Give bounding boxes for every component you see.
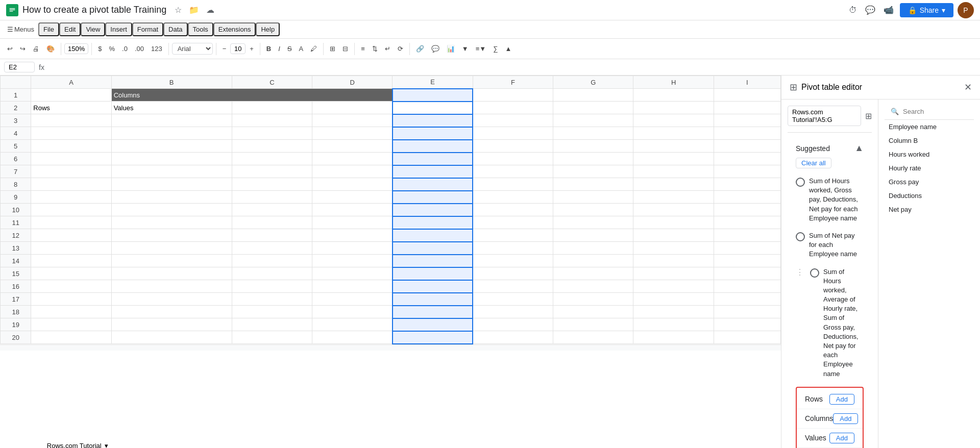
function-button[interactable]: ∑ [490, 43, 501, 55]
cell-B18[interactable] [111, 306, 232, 318]
col-header-E[interactable]: E [393, 76, 473, 89]
cell-C9[interactable] [232, 191, 312, 204]
cell-B13[interactable] [111, 242, 232, 255]
cell-H12[interactable] [633, 229, 714, 242]
cell-E16[interactable] [393, 280, 473, 293]
cell-D18[interactable] [312, 306, 393, 318]
cell-B5[interactable] [111, 140, 232, 153]
cell-G8[interactable] [553, 178, 633, 191]
cell-C2[interactable] [232, 102, 312, 114]
cell-F19[interactable] [473, 318, 553, 331]
cell-F16[interactable] [473, 280, 553, 293]
bold-button[interactable]: B [263, 43, 274, 55]
cell-G13[interactable] [553, 242, 633, 255]
cell-G7[interactable] [553, 165, 633, 178]
font-family-selector[interactable]: Arial [172, 43, 213, 55]
cell-E14[interactable] [393, 255, 473, 267]
field-item-2[interactable]: Hours worked [885, 147, 974, 161]
col-header-H[interactable]: H [633, 76, 714, 89]
cell-B17[interactable] [111, 293, 232, 306]
cell-I16[interactable] [714, 280, 780, 293]
folder-icon[interactable]: 📁 [187, 3, 201, 17]
horizontal-scrollbar[interactable] [0, 344, 781, 351]
cell-E13[interactable] [393, 242, 473, 255]
cell-B1[interactable]: Columns [111, 89, 393, 102]
cell-I14[interactable] [714, 255, 780, 267]
cell-B4[interactable] [111, 127, 232, 140]
cell-E15[interactable] [393, 267, 473, 280]
clear-all-button[interactable]: Clear all [796, 158, 831, 168]
wrap-button[interactable]: ↵ [382, 43, 394, 55]
suggested-item-2[interactable]: ⋮Sum of Hours worked, Average of Hourly … [788, 263, 872, 383]
row-header-8[interactable]: 8 [1, 178, 31, 191]
cell-G16[interactable] [553, 280, 633, 293]
chart-button[interactable]: 📊 [444, 43, 458, 55]
suggestion-radio-2[interactable] [810, 268, 819, 278]
field-item-0[interactable]: Employee name [885, 120, 974, 134]
cell-G1[interactable] [553, 89, 633, 102]
cell-H4[interactable] [633, 127, 714, 140]
cell-B9[interactable] [111, 191, 232, 204]
row-header-16[interactable]: 16 [1, 280, 31, 293]
rotate-button[interactable]: ⟳ [395, 43, 406, 55]
suggestion-radio-1[interactable] [796, 232, 805, 241]
cell-E19[interactable] [393, 318, 473, 331]
cell-E20[interactable] [393, 331, 473, 344]
cell-F10[interactable] [473, 204, 553, 216]
cell-G12[interactable] [553, 229, 633, 242]
cell-B10[interactable] [111, 204, 232, 216]
field-item-5[interactable]: Deductions [885, 189, 974, 203]
cell-C17[interactable] [232, 293, 312, 306]
suggested-item-0[interactable]: Sum of Hours worked, Gross pay, Deductio… [788, 172, 872, 227]
menu-item-tools[interactable]: Tools [188, 22, 213, 36]
cell-A15[interactable] [31, 267, 111, 280]
cell-B3[interactable] [111, 114, 232, 127]
row-header-15[interactable]: 15 [1, 267, 31, 280]
cell-B8[interactable] [111, 178, 232, 191]
field-item-3[interactable]: Hourly rate [885, 161, 974, 175]
filter-button[interactable]: ≡▼ [473, 43, 489, 55]
cell-E18[interactable] [393, 306, 473, 318]
cell-H10[interactable] [633, 204, 714, 216]
cell-D3[interactable] [312, 114, 393, 127]
cell-F2[interactable] [473, 102, 553, 114]
row-header-14[interactable]: 14 [1, 255, 31, 267]
row-header-5[interactable]: 5 [1, 140, 31, 153]
cell-D14[interactable] [312, 255, 393, 267]
cell-F17[interactable] [473, 293, 553, 306]
cell-F3[interactable] [473, 114, 553, 127]
row-header-1[interactable]: 1 [1, 89, 31, 102]
cell-E17[interactable] [393, 293, 473, 306]
row-header-10[interactable]: 10 [1, 204, 31, 216]
cell-C18[interactable] [232, 306, 312, 318]
pivot-add-button-rows[interactable]: Add [829, 394, 854, 405]
cell-D10[interactable] [312, 204, 393, 216]
cell-A9[interactable] [31, 191, 111, 204]
menu-item-insert[interactable]: Insert [105, 22, 132, 36]
merge-button[interactable]: ⊟ [339, 43, 351, 55]
cell-B20[interactable] [111, 331, 232, 344]
link-button[interactable]: 🔗 [413, 43, 427, 55]
menu-item-help[interactable]: Help [256, 22, 280, 36]
cell-H6[interactable] [633, 153, 714, 165]
cell-E12[interactable] [393, 229, 473, 242]
cell-D20[interactable] [312, 331, 393, 344]
cell-H17[interactable] [633, 293, 714, 306]
cell-G15[interactable] [553, 267, 633, 280]
cell-C5[interactable] [232, 140, 312, 153]
decrease-decimal-button[interactable]: .0 [119, 43, 131, 55]
pivot-add-button-columns[interactable]: Add [833, 413, 858, 424]
cell-E3[interactable] [393, 114, 473, 127]
cell-E5[interactable] [393, 140, 473, 153]
format-number-button[interactable]: 123 [148, 43, 165, 55]
decrease-font-button[interactable]: − [219, 43, 230, 55]
cell-G19[interactable] [553, 318, 633, 331]
cell-F4[interactable] [473, 127, 553, 140]
cell-D19[interactable] [312, 318, 393, 331]
sidebar-close-button[interactable]: ✕ [964, 82, 972, 93]
cell-C4[interactable] [232, 127, 312, 140]
meet-icon[interactable]: 📹 [881, 3, 896, 17]
cell-C16[interactable] [232, 280, 312, 293]
cell-D4[interactable] [312, 127, 393, 140]
cell-C13[interactable] [232, 242, 312, 255]
